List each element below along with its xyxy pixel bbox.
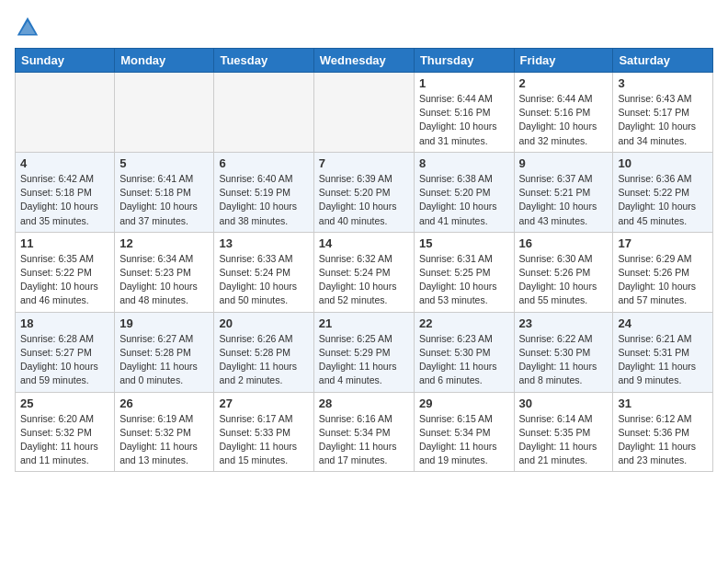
day-number: 6: [219, 156, 308, 170]
calendar-day-cell: 18Sunrise: 6:28 AMSunset: 5:27 PMDayligh…: [16, 312, 115, 392]
calendar-day-cell: 19Sunrise: 6:27 AMSunset: 5:28 PMDayligh…: [115, 312, 214, 392]
day-number: 3: [618, 76, 708, 90]
day-info: Sunrise: 6:26 AMSunset: 5:28 PMDaylight:…: [219, 332, 308, 388]
day-number: 5: [119, 156, 209, 170]
day-info: Sunrise: 6:19 AMSunset: 5:32 PMDaylight:…: [119, 412, 209, 468]
day-info: Sunrise: 6:43 AMSunset: 5:17 PMDaylight:…: [618, 92, 708, 148]
day-header-tuesday: Tuesday: [214, 49, 313, 73]
calendar-day-cell: [16, 73, 115, 153]
calendar-week-row: 4Sunrise: 6:42 AMSunset: 5:18 PMDaylight…: [16, 152, 713, 232]
day-info: Sunrise: 6:32 AMSunset: 5:24 PMDaylight:…: [319, 252, 409, 308]
day-info: Sunrise: 6:30 AMSunset: 5:26 PMDaylight:…: [519, 252, 609, 308]
calendar-day-cell: 9Sunrise: 6:37 AMSunset: 5:21 PMDaylight…: [514, 152, 613, 232]
calendar-day-cell: 29Sunrise: 6:15 AMSunset: 5:34 PMDayligh…: [414, 392, 514, 472]
day-number: 26: [119, 396, 209, 410]
calendar-header-row: SundayMondayTuesdayWednesdayThursdayFrid…: [16, 49, 713, 73]
day-number: 21: [319, 316, 409, 330]
day-header-friday: Friday: [514, 49, 613, 73]
day-info: Sunrise: 6:23 AMSunset: 5:30 PMDaylight:…: [419, 332, 509, 388]
calendar-day-cell: 20Sunrise: 6:26 AMSunset: 5:28 PMDayligh…: [214, 312, 313, 392]
calendar-day-cell: 5Sunrise: 6:41 AMSunset: 5:18 PMDaylight…: [115, 152, 214, 232]
calendar-day-cell: 25Sunrise: 6:20 AMSunset: 5:32 PMDayligh…: [16, 392, 115, 472]
calendar-day-cell: 15Sunrise: 6:31 AMSunset: 5:25 PMDayligh…: [414, 232, 514, 312]
logo-icon: [15, 15, 40, 40]
day-info: Sunrise: 6:29 AMSunset: 5:26 PMDaylight:…: [618, 252, 708, 308]
day-info: Sunrise: 6:35 AMSunset: 5:22 PMDaylight:…: [20, 252, 109, 308]
day-number: 7: [319, 156, 409, 170]
day-header-monday: Monday: [115, 49, 214, 73]
day-header-thursday: Thursday: [414, 49, 514, 73]
day-info: Sunrise: 6:17 AMSunset: 5:33 PMDaylight:…: [219, 412, 308, 468]
calendar-week-row: 25Sunrise: 6:20 AMSunset: 5:32 PMDayligh…: [16, 392, 713, 472]
calendar-day-cell: 31Sunrise: 6:12 AMSunset: 5:36 PMDayligh…: [613, 392, 713, 472]
logo: [15, 15, 46, 40]
day-info: Sunrise: 6:21 AMSunset: 5:31 PMDaylight:…: [618, 332, 708, 388]
day-info: Sunrise: 6:37 AMSunset: 5:21 PMDaylight:…: [519, 172, 609, 228]
day-number: 20: [219, 316, 308, 330]
calendar-day-cell: 12Sunrise: 6:34 AMSunset: 5:23 PMDayligh…: [115, 232, 214, 312]
day-number: 13: [219, 236, 308, 250]
day-info: Sunrise: 6:20 AMSunset: 5:32 PMDaylight:…: [20, 412, 109, 468]
day-number: 9: [519, 156, 609, 170]
day-number: 25: [20, 396, 109, 410]
day-info: Sunrise: 6:36 AMSunset: 5:22 PMDaylight:…: [618, 172, 708, 228]
calendar-day-cell: 24Sunrise: 6:21 AMSunset: 5:31 PMDayligh…: [613, 312, 713, 392]
day-number: 24: [618, 316, 708, 330]
day-number: 19: [119, 316, 209, 330]
calendar-week-row: 11Sunrise: 6:35 AMSunset: 5:22 PMDayligh…: [16, 232, 713, 312]
calendar-day-cell: 2Sunrise: 6:44 AMSunset: 5:16 PMDaylight…: [514, 73, 613, 153]
day-header-saturday: Saturday: [613, 49, 713, 73]
day-info: Sunrise: 6:15 AMSunset: 5:34 PMDaylight:…: [419, 412, 509, 468]
calendar-week-row: 1Sunrise: 6:44 AMSunset: 5:16 PMDaylight…: [16, 73, 713, 153]
day-info: Sunrise: 6:22 AMSunset: 5:30 PMDaylight:…: [519, 332, 609, 388]
day-info: Sunrise: 6:31 AMSunset: 5:25 PMDaylight:…: [419, 252, 509, 308]
day-info: Sunrise: 6:40 AMSunset: 5:19 PMDaylight:…: [219, 172, 308, 228]
calendar-day-cell: 1Sunrise: 6:44 AMSunset: 5:16 PMDaylight…: [414, 73, 514, 153]
day-header-wednesday: Wednesday: [313, 49, 414, 73]
day-info: Sunrise: 6:25 AMSunset: 5:29 PMDaylight:…: [319, 332, 409, 388]
day-number: 16: [519, 236, 609, 250]
day-number: 27: [219, 396, 308, 410]
calendar-day-cell: [313, 73, 414, 153]
day-number: 8: [419, 156, 509, 170]
calendar-day-cell: 3Sunrise: 6:43 AMSunset: 5:17 PMDaylight…: [613, 73, 713, 153]
day-number: 30: [519, 396, 609, 410]
day-info: Sunrise: 6:42 AMSunset: 5:18 PMDaylight:…: [20, 172, 109, 228]
day-info: Sunrise: 6:27 AMSunset: 5:28 PMDaylight:…: [119, 332, 209, 388]
day-info: Sunrise: 6:44 AMSunset: 5:16 PMDaylight:…: [519, 92, 609, 148]
day-info: Sunrise: 6:16 AMSunset: 5:34 PMDaylight:…: [319, 412, 409, 468]
calendar-week-row: 18Sunrise: 6:28 AMSunset: 5:27 PMDayligh…: [16, 312, 713, 392]
day-info: Sunrise: 6:44 AMSunset: 5:16 PMDaylight:…: [419, 92, 509, 148]
day-number: 17: [618, 236, 708, 250]
day-info: Sunrise: 6:34 AMSunset: 5:23 PMDaylight:…: [119, 252, 209, 308]
day-number: 4: [20, 156, 109, 170]
calendar-day-cell: 14Sunrise: 6:32 AMSunset: 5:24 PMDayligh…: [313, 232, 414, 312]
day-number: 29: [419, 396, 509, 410]
day-info: Sunrise: 6:28 AMSunset: 5:27 PMDaylight:…: [20, 332, 109, 388]
calendar-day-cell: 16Sunrise: 6:30 AMSunset: 5:26 PMDayligh…: [514, 232, 613, 312]
calendar-day-cell: 28Sunrise: 6:16 AMSunset: 5:34 PMDayligh…: [313, 392, 414, 472]
calendar-day-cell: 21Sunrise: 6:25 AMSunset: 5:29 PMDayligh…: [313, 312, 414, 392]
calendar-day-cell: [115, 73, 214, 153]
day-info: Sunrise: 6:14 AMSunset: 5:35 PMDaylight:…: [519, 412, 609, 468]
calendar-day-cell: 10Sunrise: 6:36 AMSunset: 5:22 PMDayligh…: [613, 152, 713, 232]
day-number: 23: [519, 316, 609, 330]
day-number: 15: [419, 236, 509, 250]
day-number: 22: [419, 316, 509, 330]
day-number: 1: [419, 76, 509, 90]
calendar-day-cell: 26Sunrise: 6:19 AMSunset: 5:32 PMDayligh…: [115, 392, 214, 472]
day-number: 2: [519, 76, 609, 90]
day-info: Sunrise: 6:39 AMSunset: 5:20 PMDaylight:…: [319, 172, 409, 228]
calendar-day-cell: 8Sunrise: 6:38 AMSunset: 5:20 PMDaylight…: [414, 152, 514, 232]
calendar-day-cell: 6Sunrise: 6:40 AMSunset: 5:19 PMDaylight…: [214, 152, 313, 232]
calendar-table: SundayMondayTuesdayWednesdayThursdayFrid…: [15, 48, 713, 472]
calendar-day-cell: 7Sunrise: 6:39 AMSunset: 5:20 PMDaylight…: [313, 152, 414, 232]
day-number: 18: [20, 316, 109, 330]
day-number: 31: [618, 396, 708, 410]
calendar-day-cell: 22Sunrise: 6:23 AMSunset: 5:30 PMDayligh…: [414, 312, 514, 392]
calendar-day-cell: 23Sunrise: 6:22 AMSunset: 5:30 PMDayligh…: [514, 312, 613, 392]
day-info: Sunrise: 6:38 AMSunset: 5:20 PMDaylight:…: [419, 172, 509, 228]
day-number: 10: [618, 156, 708, 170]
day-number: 14: [319, 236, 409, 250]
day-number: 28: [319, 396, 409, 410]
